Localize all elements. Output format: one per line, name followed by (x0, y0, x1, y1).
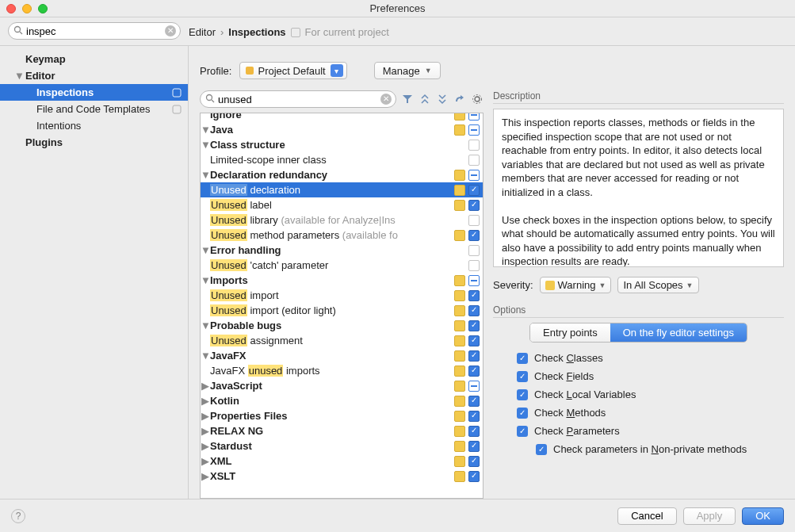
breadcrumb-editor[interactable]: Editor (189, 26, 216, 38)
tree-row[interactable]: ▶XML (201, 454, 483, 469)
checkbox-checked[interactable] (468, 185, 480, 196)
tree-row[interactable]: Unused library (available for Analyze|In… (201, 212, 483, 228)
main: Keymap ▼Editor Inspections File and Code… (0, 46, 795, 499)
tree-row[interactable]: Ignore (201, 113, 483, 122)
tree-row[interactable]: Unused import (editor light) (201, 303, 483, 318)
checkbox-checked[interactable] (468, 426, 480, 437)
tree-row[interactable]: ▼Declaration redundancy (201, 167, 483, 182)
reset-icon[interactable] (453, 93, 466, 105)
sidebar-search-input[interactable] (8, 22, 181, 40)
checkbox-checked-icon: ✓ (536, 444, 547, 455)
inspection-tree[interactable]: Ignore ▼Java ▼Class structure Limited-sc… (200, 113, 483, 499)
help-button[interactable]: ? (11, 509, 25, 523)
sidebar-item-plugins[interactable]: Plugins (0, 134, 188, 151)
sidebar-item-file-code-templates[interactable]: File and Code Templates (0, 101, 188, 117)
sidebar-item-intentions[interactable]: Intentions (0, 117, 188, 134)
checkbox-checked[interactable] (468, 305, 480, 316)
check-classes[interactable]: ✓Check Classes (517, 352, 784, 364)
manage-button[interactable]: Manage ▼ (374, 62, 441, 79)
check-non-private[interactable]: ✓Check parameters in Non-private methods (517, 443, 784, 455)
checkbox-checked[interactable] (468, 200, 480, 211)
tree-row[interactable]: ▶XSLT (201, 469, 483, 484)
scope-dropdown[interactable]: In All Scopes ▼ (617, 277, 698, 293)
checkbox-mixed[interactable] (468, 381, 480, 392)
check-methods[interactable]: ✓Check Methods (517, 407, 784, 419)
checkbox-checked[interactable] (468, 366, 480, 377)
tree-row[interactable]: ▶Properties Files (201, 408, 483, 423)
expand-all-icon[interactable] (419, 93, 431, 105)
checkbox-checked[interactable] (468, 320, 480, 331)
sidebar-item-editor[interactable]: ▼Editor (0, 67, 188, 84)
apply-button[interactable]: Apply (683, 507, 736, 525)
tree-row[interactable]: ▼JavaFX (201, 348, 483, 363)
checkbox-unchecked[interactable] (468, 260, 480, 271)
sidebar-item-keymap[interactable]: Keymap (0, 51, 188, 67)
sidebar-item-inspections[interactable]: Inspections (0, 84, 188, 101)
cancel-button[interactable]: Cancel (617, 507, 676, 525)
tree-search-row: ✕ (200, 90, 483, 108)
severity-label: Severity: (493, 279, 533, 291)
filter-icon[interactable] (401, 93, 414, 105)
checkbox-checked[interactable] (468, 396, 480, 407)
severity-icon (454, 441, 465, 452)
checkbox-checked-icon: ✓ (517, 371, 528, 382)
tree-row[interactable]: Unused label (201, 197, 483, 212)
topbar: ✕ Editor › Inspections For current proje… (0, 17, 795, 46)
tree-row[interactable]: ▼Imports (201, 273, 483, 288)
check-local-vars[interactable]: ✓Check Local Variables (517, 388, 784, 400)
tree-row[interactable]: ▼Java (201, 122, 483, 137)
tree-row[interactable]: ▶JavaScript (201, 378, 483, 393)
checkbox-unchecked[interactable] (468, 215, 480, 226)
chevron-right-icon: ▶ (201, 410, 210, 422)
severity-icon (454, 170, 465, 181)
checkbox-unchecked[interactable] (468, 155, 480, 166)
bottombar: ? Cancel Apply OK (0, 499, 795, 532)
profile-dropdown[interactable]: Project Default ▾ (239, 62, 346, 79)
checkbox-mixed[interactable] (468, 124, 480, 136)
tree-row[interactable]: ▼Probable bugs (201, 318, 483, 333)
clear-search-icon[interactable]: ✕ (380, 94, 392, 105)
check-parameters[interactable]: ✓Check Parameters (517, 425, 784, 437)
tab-entry-points[interactable]: Entry points (530, 323, 610, 342)
check-fields[interactable]: ✓Check Fields (517, 370, 784, 382)
severity-icon (454, 200, 465, 211)
checkbox-checked[interactable] (468, 290, 480, 301)
breadcrumb-sep: › (220, 26, 224, 38)
tree-row[interactable]: ▶Kotlin (201, 393, 483, 408)
tree-row[interactable]: ▶Stardust (201, 438, 483, 454)
tree-row[interactable]: ▼Error handling (201, 243, 483, 258)
checkbox-checked[interactable] (468, 471, 480, 482)
tree-search-input[interactable] (200, 90, 396, 108)
checkbox-mixed[interactable] (468, 113, 480, 121)
chevron-down-icon: ▼ (201, 274, 210, 286)
clear-search-icon[interactable]: ✕ (165, 25, 176, 36)
gear-icon[interactable] (471, 93, 483, 105)
caret-down-icon: ▼ (686, 281, 694, 289)
description-text: This inspection reports classes, methods… (493, 109, 784, 267)
checkbox-checked[interactable] (468, 350, 480, 362)
profile-row: Profile: Project Default ▾ Manage ▼ (200, 57, 784, 90)
checkbox-unchecked[interactable] (468, 140, 480, 151)
tree-row[interactable]: ▶RELAX NG (201, 423, 483, 438)
checkbox-checked[interactable] (468, 411, 480, 422)
checkbox-unchecked[interactable] (468, 245, 480, 256)
checkbox-checked[interactable] (468, 230, 480, 241)
checkbox-checked[interactable] (468, 335, 480, 346)
tree-row[interactable]: Unused method parameters (available fo (201, 228, 483, 243)
tree-row[interactable]: Unused import (201, 288, 483, 303)
checkbox-mixed[interactable] (468, 275, 480, 286)
checkbox-checked[interactable] (468, 456, 480, 467)
tree-row[interactable]: Unused assignment (201, 333, 483, 348)
severity-dropdown[interactable]: Warning ▼ (540, 277, 612, 293)
tree-row[interactable]: JavaFX unused imports (201, 363, 483, 378)
tree-row[interactable]: Unused 'catch' parameter (201, 258, 483, 273)
checkbox-mixed[interactable] (468, 170, 480, 181)
ok-button[interactable]: OK (742, 507, 784, 525)
checkbox-checked[interactable] (468, 441, 480, 452)
tab-on-the-fly[interactable]: On the fly editor settings (610, 323, 747, 342)
tree-row-selected[interactable]: Unused declaration (201, 182, 483, 197)
tree-row[interactable]: Limited-scope inner class (201, 152, 483, 167)
collapse-all-icon[interactable] (436, 93, 449, 105)
tree-row[interactable]: ▼Class structure (201, 137, 483, 152)
content: Profile: Project Default ▾ Manage ▼ ✕ (189, 46, 795, 499)
